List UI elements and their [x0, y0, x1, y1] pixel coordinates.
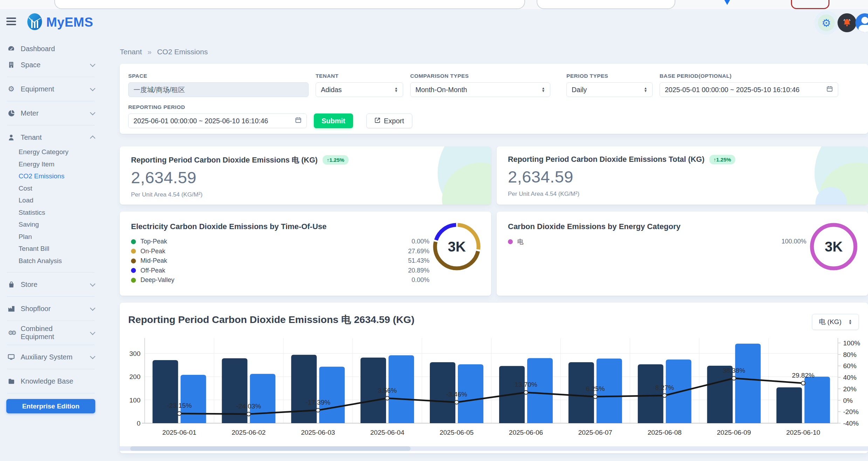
enterprise-edition-button[interactable]: Enterprise Edition — [6, 399, 95, 413]
browser-address-bar[interactable] — [54, 0, 525, 9]
unit-select[interactable]: 电 (KG) ▲▼ — [812, 314, 859, 330]
change-line-marker — [593, 395, 597, 399]
building-icon — [7, 61, 15, 69]
sidebar-item-meter[interactable]: Meter — [0, 105, 102, 121]
svg-text:0%: 0% — [843, 397, 853, 404]
legend-label: 电 — [517, 238, 524, 246]
change-line-label: 38.38% — [723, 367, 745, 374]
sidebar-divider — [7, 101, 95, 101]
donut-card-title: Electricity Carbon Dioxide Emissions by … — [131, 222, 480, 231]
sidebar-item-cost[interactable]: Cost — [0, 183, 102, 195]
space-input[interactable]: 一度城/商场/租区 — [128, 82, 309, 97]
sidebar-item-auxiliary-system[interactable]: Auxiliary System — [0, 349, 102, 365]
change-line-label: 3.56% — [378, 387, 397, 394]
energy-category-donut-card: Carbon Dioxide Emissions by Energy Categ… — [497, 212, 868, 296]
hamburger-menu-icon[interactable] — [6, 18, 17, 27]
stat-card-title: Reporting Period Carbon Dioxide Emission… — [508, 155, 857, 164]
comparison-types-select[interactable]: Month-On-Month ▲▼ — [410, 82, 550, 97]
change-badge: ↑1.25% — [323, 155, 349, 165]
chart-scrollbar-track[interactable] — [120, 446, 868, 451]
chevron-down-icon — [90, 353, 96, 359]
sidebar-item-dashboard[interactable]: Dashboard — [0, 41, 102, 57]
legend-item[interactable]: Off-Peak20.89% — [131, 266, 429, 276]
svg-text:2025-06-09: 2025-06-09 — [717, 429, 751, 436]
sidebar-item-plan[interactable]: Plan — [0, 231, 102, 243]
legend-item[interactable]: Deep-Valley0.00% — [131, 275, 429, 285]
sidebar-item-space[interactable]: Space — [0, 57, 102, 73]
monitor-icon — [7, 353, 15, 361]
submit-button[interactable]: Submit — [314, 113, 353, 128]
chart-scrollbar-thumb[interactable] — [130, 446, 411, 451]
sidebar-item-combined-equipment[interactable]: ⚙⚙ Combined Equipment — [0, 325, 102, 341]
space-label: SPACE — [128, 73, 309, 79]
legend-item[interactable]: 电100.00% — [508, 237, 806, 247]
sidebar-item-knowledge-base[interactable]: Knowledge Base — [0, 373, 102, 389]
sidebar-item-tenant[interactable]: Tenant — [0, 129, 102, 145]
sidebar-item-equipment[interactable]: ⚙ Equipment — [0, 81, 102, 97]
notification-bell-icon[interactable] — [838, 13, 856, 32]
brand-logo[interactable]: MyEMS — [27, 13, 93, 32]
sidebar-divider — [7, 77, 95, 77]
select-arrows-icon: ▲▼ — [394, 87, 398, 92]
sidebar-nav: Dashboard Space ⚙ Equipment Meter Tenant… — [0, 36, 102, 461]
tenant-submenu: Energy Category Energy Item CO2 Emission… — [0, 145, 102, 268]
change-line-label: -3.46% — [446, 391, 467, 398]
change-line-label: -17.39% — [305, 399, 330, 406]
sidebar-item-shopfloor[interactable]: Shopfloor — [0, 301, 102, 317]
legend-item[interactable]: On-Peak27.69% — [131, 247, 429, 256]
svg-text:40%: 40% — [843, 374, 856, 381]
sidebar-item-label: Dashboard — [21, 45, 55, 53]
sidebar-item-label: Equipment — [21, 85, 54, 93]
stat-card-title: Reporting Period Carbon Dioxide Emission… — [131, 155, 480, 165]
svg-text:2025-06-07: 2025-06-07 — [578, 429, 612, 436]
sidebar-item-label: Tenant — [21, 133, 42, 142]
base-period-input[interactable]: 2025-05-01 00:00:00 ~ 2025-05-10 16:10:4… — [660, 82, 838, 97]
chevron-down-icon — [90, 85, 96, 91]
svg-text:2025-06-01: 2025-06-01 — [162, 429, 196, 436]
svg-text:2025-06-08: 2025-06-08 — [648, 429, 682, 436]
sidebar-item-label: Space — [21, 61, 41, 69]
sidebar-item-label: Shopfloor — [21, 305, 51, 313]
filter-panel: SPACE 一度城/商场/租区 TENANT Adidas ▲▼ COMPARI… — [120, 64, 868, 134]
tenant-select[interactable]: Adidas ▲▼ — [316, 82, 403, 97]
reporting-period-input[interactable]: 2025-06-01 00:00:00 ~ 2025-06-10 16:10:4… — [128, 113, 307, 128]
breadcrumb-current: CO2 Emissions — [157, 48, 208, 56]
donut-legend: 电100.00% — [508, 237, 806, 247]
svg-text:100: 100 — [129, 397, 140, 404]
svg-text:100%: 100% — [843, 339, 860, 347]
sidebar-item-batch-analysis[interactable]: Batch Analysis — [0, 255, 102, 267]
breadcrumb-parent[interactable]: Tenant — [120, 48, 142, 56]
chevron-down-icon — [90, 281, 96, 287]
export-button[interactable]: Export — [366, 113, 412, 128]
sidebar-divider — [7, 296, 95, 297]
sidebar-item-load[interactable]: Load — [0, 194, 102, 207]
sidebar-divider — [7, 321, 95, 321]
legend-item[interactable]: Mid-Peak51.43% — [131, 256, 429, 266]
donut-legend: Top-Peak0.00%On-Peak27.69%Mid-Peak51.43%… — [131, 237, 429, 285]
svg-text:-40%: -40% — [843, 420, 859, 427]
sidebar-item-co2-emissions[interactable]: CO2 Emissions — [0, 170, 102, 183]
sidebar-item-energy-item[interactable]: Energy Item — [0, 158, 102, 171]
settings-gear-icon[interactable]: ⚙ — [818, 14, 835, 31]
svg-text:3K: 3K — [825, 239, 842, 254]
legend-dot-icon — [508, 239, 513, 244]
sidebar-item-statistics[interactable]: Statistics — [0, 207, 102, 219]
reporting-period-label: REPORTING PERIOD — [128, 104, 307, 110]
period-types-select[interactable]: Daily ▲▼ — [566, 82, 653, 97]
browser-secondary-field[interactable] — [537, 0, 675, 9]
chevron-down-icon — [90, 61, 96, 67]
stat-card-electricity: Reporting Period Carbon Dioxide Emission… — [120, 146, 491, 205]
sidebar-item-energy-category[interactable]: Energy Category — [0, 146, 102, 158]
sidebar-item-store[interactable]: Store — [0, 276, 102, 293]
sidebar-item-label: Auxiliary System — [21, 353, 73, 361]
select-arrows-icon: ▲▼ — [644, 87, 647, 92]
browser-toolbar — [0, 0, 868, 9]
legend-item[interactable]: Top-Peak0.00% — [131, 237, 429, 247]
sidebar-item-saving[interactable]: Saving — [0, 219, 102, 231]
user-avatar[interactable] — [855, 13, 868, 32]
browser-red-button[interactable] — [791, 0, 829, 9]
tou-donut-chart: 3K — [429, 219, 485, 276]
sidebar-item-tenant-bill[interactable]: Tenant Bill — [0, 243, 102, 255]
breadcrumb-separator: » — [147, 48, 152, 56]
chevron-up-icon — [90, 135, 96, 141]
